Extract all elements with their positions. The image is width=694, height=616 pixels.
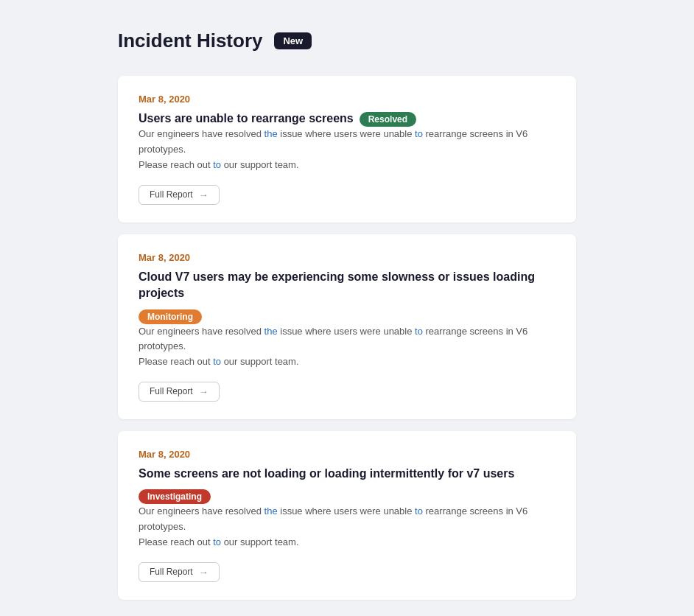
full-report-label-3: Full Report [150,567,193,577]
incident-date-2: Mar 8, 2020 [139,252,555,263]
incident-title-row-2: Cloud V7 users may be experiencing some … [139,269,555,324]
incident-title-1: Users are unable to rearrange screens [139,111,354,127]
full-report-label-1: Full Report [150,189,193,200]
status-badge-3: Investigating [139,489,211,504]
page-title: Incident History [118,29,262,52]
incident-card-1: Mar 8, 2020Users are unable to rearrange… [118,76,576,223]
full-report-button-3[interactable]: Full Report→ [139,562,220,582]
full-report-label-2: Full Report [150,386,193,396]
arrow-icon-3: → [199,567,208,578]
incident-description-1: Our engineers have resolved the issue wh… [139,127,555,172]
status-badge-1: Resolved [360,112,416,127]
arrow-icon-2: → [199,386,208,397]
full-report-button-1[interactable]: Full Report→ [139,185,220,205]
incident-description-3: Our engineers have resolved the issue wh… [139,504,555,550]
new-badge: New [274,32,312,49]
incident-title-row-3: Some screens are not loading or loading … [139,466,555,504]
incident-card-3: Mar 8, 2020Some screens are not loading … [118,431,576,600]
incident-card-2: Mar 8, 2020Cloud V7 users may be experie… [118,234,576,419]
incident-title-2: Cloud V7 users may be experiencing some … [139,269,555,302]
incident-title-3: Some screens are not loading or loading … [139,466,514,482]
incident-title-row-1: Users are unable to rearrange screensRes… [139,111,555,127]
page-container: Incident History New Mar 8, 2020Users ar… [0,0,694,616]
page-header: Incident History New [118,29,576,52]
arrow-icon-1: → [199,189,208,200]
incident-description-2: Our engineers have resolved the issue wh… [139,324,555,370]
full-report-button-2[interactable]: Full Report→ [139,382,220,402]
incidents-list: Mar 8, 2020Users are unable to rearrange… [118,76,576,600]
incident-date-1: Mar 8, 2020 [139,94,555,105]
status-badge-2: Monitoring [139,309,202,324]
incident-date-3: Mar 8, 2020 [139,449,555,460]
